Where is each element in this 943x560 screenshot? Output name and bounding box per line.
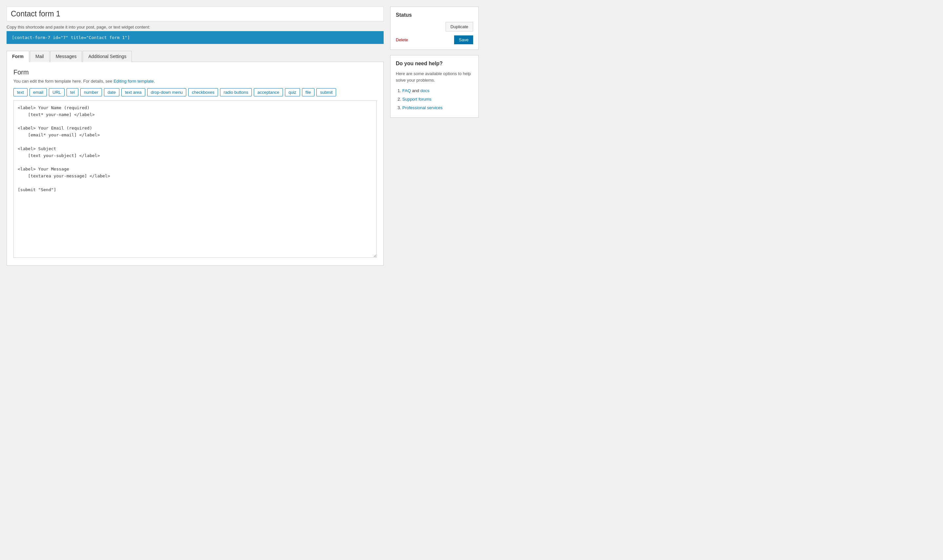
shortcode-label: Copy this shortcode and paste it into yo… xyxy=(6,25,384,29)
tag-btn-radio-buttons[interactable]: radio buttons xyxy=(220,88,252,96)
form-template-textarea[interactable] xyxy=(14,100,377,258)
tag-btn-acceptance[interactable]: acceptance xyxy=(254,88,283,96)
tab-messages[interactable]: Messages xyxy=(50,51,82,62)
delete-button[interactable]: Delete xyxy=(396,37,408,42)
tab-content-form: Form You can edit the form template here… xyxy=(6,62,384,266)
tab-form[interactable]: Form xyxy=(6,51,29,62)
tag-btn-checkboxes[interactable]: checkboxes xyxy=(188,88,218,96)
main-layout: Copy this shortcode and paste it into yo… xyxy=(6,6,479,266)
content-area: Copy this shortcode and paste it into yo… xyxy=(6,6,384,266)
form-section-title: Form xyxy=(14,69,377,76)
save-button[interactable]: Save xyxy=(454,35,473,44)
help-item-3: Professional services xyxy=(402,104,473,112)
help-item-1-mid: and xyxy=(412,88,420,93)
form-title-input[interactable] xyxy=(6,6,384,21)
tag-btn-file[interactable]: file xyxy=(302,88,315,96)
tag-btn-text-area[interactable]: text area xyxy=(121,88,145,96)
tag-btn-quiz[interactable]: quiz xyxy=(285,88,300,96)
sidebar: Status Duplicate Delete Save Do you need… xyxy=(390,6,479,266)
shortcode-box[interactable]: [contact-form-7 id="7" title="Contact fo… xyxy=(6,31,384,44)
tab-mail[interactable]: Mail xyxy=(30,51,49,62)
tag-buttons-container: textemailURLtelnumberdatetext areadrop-d… xyxy=(14,88,377,96)
editing-template-link[interactable]: Editing form template xyxy=(114,79,154,84)
tabs-nav: Form Mail Messages Additional Settings xyxy=(6,51,384,62)
support-forums-link[interactable]: Support forums xyxy=(402,97,431,102)
faq-link[interactable]: FAQ xyxy=(402,88,411,93)
form-description: You can edit the form template here. For… xyxy=(14,79,377,84)
status-actions: Delete Save xyxy=(396,35,473,44)
docs-link[interactable]: docs xyxy=(420,88,429,93)
tag-btn-email[interactable]: email xyxy=(29,88,47,96)
status-title: Status xyxy=(396,12,473,18)
help-item-1: FAQ and docs xyxy=(402,86,473,95)
status-box: Status Duplicate Delete Save xyxy=(390,6,479,50)
help-box: Do you need help? Here are some availabl… xyxy=(390,55,479,118)
form-description-text: You can edit the form template here. For… xyxy=(14,79,114,84)
tag-btn-text[interactable]: text xyxy=(14,88,28,96)
help-item-2: Support forums xyxy=(402,95,473,104)
help-title: Do you need help? xyxy=(396,61,473,66)
professional-services-link[interactable]: Professional services xyxy=(402,105,443,110)
help-description: Here are some available options to help … xyxy=(396,71,473,83)
tag-btn-number[interactable]: number xyxy=(80,88,102,96)
tag-btn-drop-down-menu[interactable]: drop-down menu xyxy=(147,88,186,96)
tag-btn-date[interactable]: date xyxy=(104,88,119,96)
tag-btn-tel[interactable]: tel xyxy=(66,88,78,96)
tag-btn-url[interactable]: URL xyxy=(49,88,65,96)
tab-additional-settings[interactable]: Additional Settings xyxy=(83,51,132,62)
tag-btn-submit[interactable]: submit xyxy=(317,88,336,96)
form-description-end: . xyxy=(154,79,155,84)
help-list: FAQ and docs Support forums Professional… xyxy=(396,86,473,112)
duplicate-button[interactable]: Duplicate xyxy=(446,22,473,31)
